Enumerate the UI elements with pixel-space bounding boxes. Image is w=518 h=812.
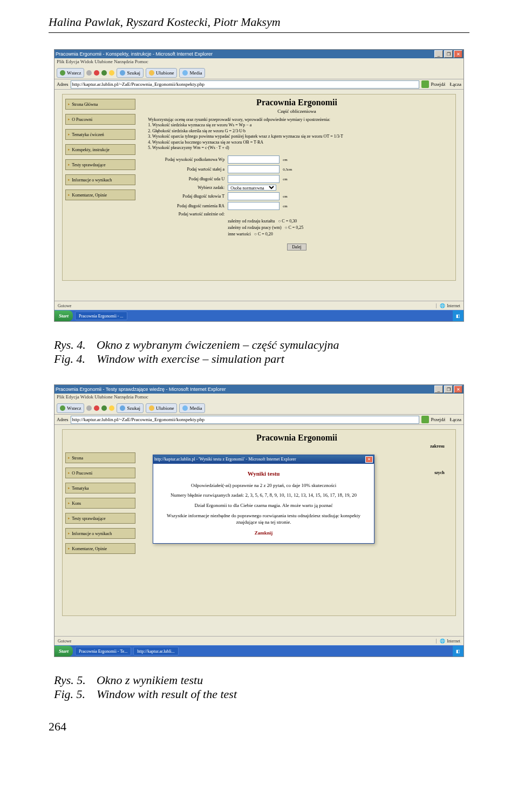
links-label[interactable]: Łącza (450, 417, 461, 422)
task-app[interactable]: Pracownia Ergonomii - Te... (75, 647, 131, 655)
hint-text: Wszystkie informacje niezbędne do popraw… (161, 512, 366, 526)
figure-4-caption: Rys. 4. Fig. 4. Okno z wybranym ćwiczeni… (49, 338, 469, 366)
minimize-icon[interactable]: _ (434, 385, 443, 393)
task-app[interactable]: Pracownia Ergonomii - ... (75, 312, 127, 320)
home-icon[interactable] (109, 70, 114, 76)
back-icon (60, 70, 65, 76)
page-number: 264 (49, 720, 469, 734)
window-buttons: _ ❐ ✕ (434, 385, 462, 393)
content-pane: Pracownia Ergonomii Część obliczeniowa W… (138, 94, 455, 280)
feedback-text: Dział Ergonomii to dla Ciebie czarna mag… (161, 502, 366, 509)
figure-4-screenshot: Pracownia Ergonomii - Konspekty, instruk… (54, 49, 464, 322)
tray-icon[interactable]: ◧ (456, 314, 460, 319)
address-bar: Adres Przejdź Łącza (54, 415, 464, 425)
go-button[interactable] (421, 80, 429, 88)
toolbar: Wstecz Szukaj Ulubione Media (54, 402, 464, 415)
tray-icon[interactable]: ◧ (456, 649, 460, 654)
sidebar-item-results[interactable]: Informacje o wynikach (65, 174, 135, 185)
start-button[interactable]: Start (54, 646, 73, 657)
sidebar-item-comments[interactable]: Komentarze, Opinie (65, 543, 135, 554)
popup-titlebar: http://kaptur.ar.lublin.pl - 'Wyniki tes… (153, 455, 374, 464)
media-icon (182, 70, 188, 76)
u-input[interactable] (228, 175, 280, 183)
media-button[interactable]: Media (179, 403, 205, 413)
sidebar-item-home[interactable]: Strona (65, 452, 135, 463)
search-icon (120, 70, 125, 76)
sidebar-item-topics[interactable]: Tematyka ćwiczeń (65, 129, 135, 140)
star-icon (149, 70, 154, 76)
window-title: Pracownia Ergonomii - Konspekty, instruk… (56, 51, 213, 57)
page-title: Pracownia Ergonomii (144, 98, 450, 107)
back-icon (60, 405, 65, 411)
menu-bar[interactable]: Plik Edycja Widok Ulubione Narzędzia Pom… (54, 58, 464, 67)
search-icon (120, 405, 125, 411)
window-titlebar: Pracownia Ergonomii - Testy sprawdzające… (54, 385, 464, 394)
figure-5-screenshot: Pracownia Ergonomii - Testy sprawdzające… (54, 384, 464, 657)
zadak-select[interactable]: Osoba normatywna (228, 185, 276, 191)
sidebar-item-tests[interactable]: Testy sprawdzające (65, 159, 135, 170)
sidebar-item-about[interactable]: O Pracowni (65, 114, 135, 125)
toolbar: Wstecz Szukaj Ulubione Media (54, 67, 464, 79)
favorites-button[interactable]: Ulubione (146, 403, 178, 413)
stop-icon[interactable] (94, 70, 99, 76)
viewport: Strona O Pracowni Tematyka Kons Testy sp… (54, 425, 464, 636)
window-buttons: _ ❐ ✕ (434, 50, 462, 58)
sidebar-item-notes[interactable]: Konspekty, instrukcje (65, 144, 135, 155)
search-button[interactable]: Szukaj (117, 403, 144, 413)
refresh-icon[interactable] (101, 70, 107, 76)
taskbar: Start Pracownia Ergonomii - ... ◧ (54, 310, 464, 321)
taskbar: Start Pracownia Ergonomii - Te... http:/… (54, 645, 464, 657)
stop-icon[interactable] (94, 405, 99, 411)
a-input[interactable] (228, 165, 280, 173)
back-button[interactable]: Wstecz (57, 403, 84, 413)
refresh-icon[interactable] (101, 405, 107, 411)
address-input[interactable] (71, 80, 419, 89)
window-title: Pracownia Ergonomii - Testy sprawdzające… (56, 387, 226, 392)
t-input[interactable] (228, 192, 280, 200)
task-app[interactable]: http://kaptur.ar.lubli... (133, 647, 179, 655)
running-header: Halina Pawlak, Ryszard Kostecki, Piotr M… (49, 15, 469, 33)
forward-icon[interactable] (86, 70, 92, 76)
links-label[interactable]: Łącza (450, 82, 461, 87)
popup-close-link[interactable]: Zamknij (161, 530, 366, 536)
search-button[interactable]: Szukaj (117, 68, 144, 78)
maximize-icon[interactable]: ❐ (444, 50, 453, 58)
wp-input[interactable] (228, 155, 280, 164)
sidebar-item-topics[interactable]: Tematyka (65, 483, 135, 493)
ra-input[interactable] (228, 202, 280, 210)
sidebar-item-comments[interactable]: Komentarze, Opinie (65, 190, 135, 200)
popup-close-icon[interactable]: ✕ (365, 456, 373, 463)
score-text: Odpowiedziałeś(-aś) poprawnie na 2 z 20 … (161, 482, 366, 489)
start-button[interactable]: Start (54, 310, 73, 321)
go-button[interactable] (421, 416, 429, 423)
instructions: Wykorzystując ocenę oraz rysunki przepro… (144, 117, 450, 154)
result-popup: http://kaptur.ar.lublin.pl - 'Wyniki tes… (153, 455, 374, 544)
close-icon[interactable]: ✕ (454, 385, 462, 393)
media-icon (182, 405, 188, 411)
minimize-icon[interactable]: _ (434, 50, 443, 58)
address-input[interactable] (71, 416, 419, 424)
viewport: Strona Główna O Pracowni Tematyka ćwicze… (54, 90, 464, 301)
system-tray: ◧ (453, 310, 464, 321)
maximize-icon[interactable]: ❐ (444, 385, 453, 393)
submit-button[interactable]: Dalej (287, 243, 306, 251)
status-bar: Gotowe 🌐Internet (54, 636, 464, 645)
menu-bar[interactable]: Plik Edycja Widok Ulubione Narzędzia Pom… (54, 394, 464, 402)
forward-icon[interactable] (86, 405, 92, 411)
system-tray: ◧ (453, 646, 464, 657)
sidebar-item-results[interactable]: Informacje o wynikach (65, 528, 135, 539)
media-button[interactable]: Media (179, 68, 205, 78)
close-icon[interactable]: ✕ (454, 50, 462, 58)
home-icon[interactable] (109, 405, 114, 411)
sidebar-item-notes[interactable]: Kons (65, 498, 135, 509)
page-title: Pracownia Ergonomii (144, 433, 450, 443)
sidebar-item-about[interactable]: O Pracowni (65, 468, 135, 478)
sidebar-item-tests[interactable]: Testy sprawdzające (65, 513, 135, 524)
status-bar: Gotowe 🌐Internet (54, 301, 464, 310)
sidebar-item-home[interactable]: Strona Główna (65, 99, 135, 110)
favorites-button[interactable]: Ulubione (146, 68, 178, 78)
star-icon (149, 405, 154, 411)
back-button[interactable]: Wstecz (57, 68, 84, 78)
address-label: Adres (57, 82, 69, 87)
popup-heading: Wyniki testu (161, 470, 366, 477)
